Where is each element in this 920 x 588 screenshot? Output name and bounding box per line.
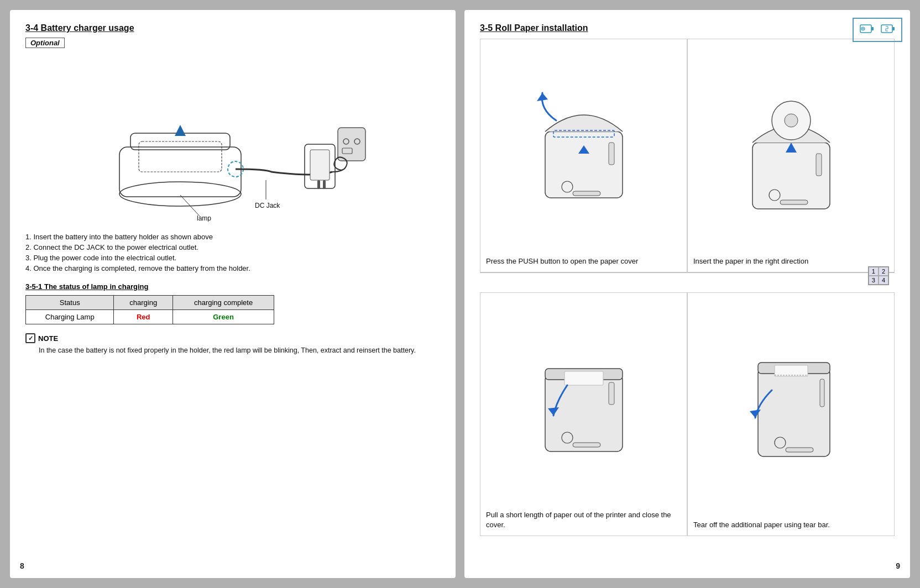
svg-marker-31 bbox=[537, 93, 548, 101]
roll-cell-4: Tear off the additional paper using tear… bbox=[687, 292, 895, 536]
page-number-right: 9 bbox=[896, 561, 900, 570]
svg-rect-3 bbox=[139, 141, 222, 172]
roll-cell-4-image bbox=[693, 298, 888, 516]
table-header-complete: charging complete bbox=[173, 296, 274, 310]
svg-rect-9 bbox=[317, 180, 320, 189]
roll-cell-1-image bbox=[486, 45, 681, 252]
step-3: 3 bbox=[869, 276, 879, 285]
printer-tear-svg bbox=[730, 324, 852, 490]
note-box: ✓ NOTE In the case the battery is not fi… bbox=[25, 333, 440, 356]
svg-rect-51 bbox=[758, 368, 830, 456]
step-1: 1 bbox=[869, 267, 879, 276]
svg-rect-11 bbox=[338, 128, 365, 161]
roll-paper-grid: Press the PUSH button to open the paper … bbox=[480, 39, 895, 536]
page-number-left: 8 bbox=[20, 561, 24, 570]
svg-marker-15 bbox=[175, 125, 186, 136]
printer-open-svg-1 bbox=[523, 65, 645, 231]
svg-point-0 bbox=[119, 182, 241, 206]
svg-rect-53 bbox=[775, 365, 808, 376]
roll-cell-4-caption: Tear off the additional paper using tear… bbox=[693, 520, 830, 530]
svg-rect-19 bbox=[871, 27, 874, 30]
svg-rect-10 bbox=[323, 180, 326, 189]
note-text: In the case the battery is not fixed pro… bbox=[39, 345, 440, 356]
subsection-title: 3-5-1 The status of lamp in charging bbox=[25, 282, 440, 291]
section-title-left: 3-4 Battery charger usage bbox=[25, 23, 440, 33]
svg-text:DC Jack: DC Jack bbox=[255, 202, 280, 209]
table-header-charging: charging bbox=[114, 296, 173, 310]
table-cell-charging: Red bbox=[114, 310, 173, 324]
instruction-3: 3. Plug the power code into the electric… bbox=[25, 254, 440, 262]
printer-pull-svg bbox=[523, 319, 645, 485]
roll-cell-3: Pull a short length of paper out of the … bbox=[480, 292, 687, 536]
page-right: 3-5 Roll Paper installation bbox=[464, 10, 910, 578]
instruction-2: 2. Connect the DC JACK to the power elec… bbox=[25, 243, 440, 251]
table-cell-complete: Green bbox=[173, 310, 274, 324]
svg-rect-42 bbox=[780, 200, 808, 204]
note-title: ✓ NOTE bbox=[25, 333, 440, 343]
page-left: 3-4 Battery charger usage Optional DC Ja… bbox=[10, 10, 456, 578]
optional-badge: Optional bbox=[25, 38, 65, 48]
step-2: 2 bbox=[879, 267, 888, 276]
roll-cell-1: Press the PUSH button to open the paper … bbox=[480, 39, 687, 272]
svg-rect-35 bbox=[573, 191, 600, 196]
note-label: NOTE bbox=[38, 334, 58, 343]
note-icon: ✓ bbox=[25, 333, 35, 343]
svg-rect-50 bbox=[609, 382, 614, 405]
svg-rect-46 bbox=[564, 371, 603, 385]
battery-icon-2 bbox=[880, 22, 896, 38]
instruction-4: 4. Once the charging is completed, remov… bbox=[25, 264, 440, 272]
charger-svg: DC Jack lamp bbox=[95, 61, 371, 222]
printer-paper-svg bbox=[730, 65, 852, 231]
charger-illustration: DC Jack lamp bbox=[25, 56, 440, 227]
battery-icon-box bbox=[853, 18, 902, 42]
svg-text:lamp: lamp bbox=[197, 214, 211, 222]
svg-rect-58 bbox=[820, 379, 824, 407]
svg-rect-24 bbox=[892, 27, 895, 30]
section-title-right: 3-5 Roll Paper installation bbox=[480, 23, 895, 33]
roll-cell-3-caption: Pull a short length of paper out of the … bbox=[486, 510, 681, 530]
svg-rect-57 bbox=[786, 448, 813, 452]
table-cell-label: Charging Lamp bbox=[26, 310, 114, 324]
roll-cell-2-caption: Insert the paper in the right direction bbox=[693, 256, 808, 266]
svg-rect-8 bbox=[310, 150, 330, 180]
roll-cell-2: Insert the paper in the right direction bbox=[687, 39, 895, 272]
roll-cell-2-image bbox=[693, 45, 888, 252]
svg-rect-43 bbox=[816, 154, 822, 176]
svg-rect-49 bbox=[573, 443, 600, 447]
instructions-list: 1. Insert the battery into the battery h… bbox=[25, 233, 440, 272]
step-4: 4 bbox=[879, 276, 888, 285]
roll-cell-1-caption: Press the PUSH button to open the paper … bbox=[486, 256, 638, 266]
svg-rect-36 bbox=[609, 143, 614, 165]
svg-point-39 bbox=[785, 114, 798, 127]
svg-rect-1 bbox=[119, 147, 241, 197]
table-header-status: Status bbox=[26, 296, 114, 310]
roll-cell-3-image bbox=[486, 298, 681, 506]
step-indicator: 1 2 3 4 bbox=[868, 266, 889, 285]
battery-icon-1 bbox=[859, 22, 875, 38]
status-table: Status charging charging complete Chargi… bbox=[25, 295, 274, 324]
instruction-1: 1. Insert the battery into the battery h… bbox=[25, 233, 440, 241]
